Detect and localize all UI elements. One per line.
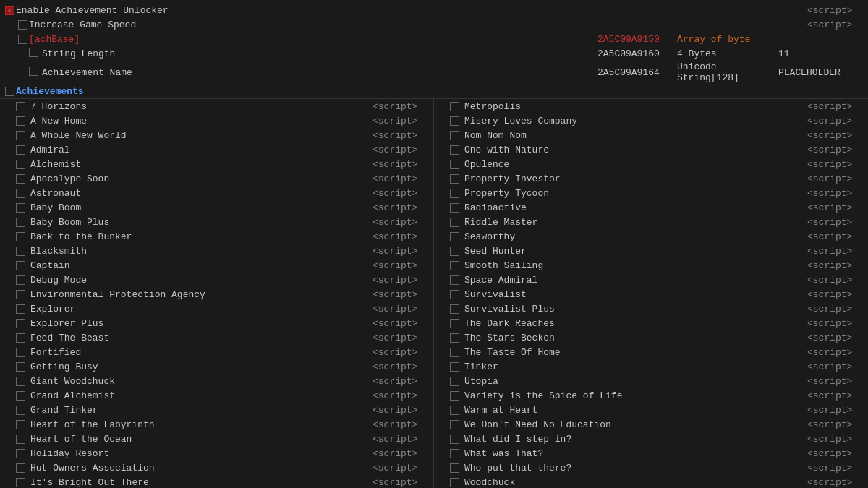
- indent-right-2: [437, 131, 463, 140]
- checkbox-left-15[interactable]: [16, 319, 25, 328]
- script-left-19: <script>: [373, 376, 430, 387]
- script-left-16: <script>: [373, 333, 430, 343]
- checkbox-right-19[interactable]: [450, 377, 459, 386]
- checkbox-right-17[interactable]: [450, 348, 459, 357]
- label-right-11: Smooth Sailing: [463, 260, 807, 271]
- checkbox-right-8[interactable]: [450, 218, 459, 227]
- checkbox-left-13[interactable]: [16, 290, 25, 299]
- checkbox-left-0[interactable]: [16, 102, 25, 111]
- checkbox-left-20[interactable]: [16, 391, 25, 401]
- checkbox-left-9[interactable]: [16, 232, 25, 241]
- indent-right-22: [437, 420, 463, 429]
- checkbox-achievements-header[interactable]: [3, 87, 16, 96]
- checkbox-left-24[interactable]: [16, 449, 25, 458]
- checkbox-achbase[interactable]: [3, 35, 29, 44]
- label-left-7: Baby Boom: [29, 202, 373, 213]
- label-left-20: Grand Alchemist: [29, 390, 373, 401]
- checkbox-right-13[interactable]: [450, 290, 459, 299]
- checkbox-right-7[interactable]: [450, 203, 459, 213]
- checkbox-right-0[interactable]: [450, 102, 459, 111]
- checkbox-left-12[interactable]: [16, 275, 25, 285]
- label-left-26: It's Bright Out There: [29, 477, 373, 488]
- checkbox-right-4[interactable]: [450, 160, 459, 169]
- script-right-25: <script>: [807, 463, 865, 474]
- checkbox-increase-game-speed[interactable]: [3, 20, 29, 30]
- checkbox-right-9[interactable]: [450, 232, 459, 241]
- script-right-7: <script>: [807, 202, 865, 213]
- checkbox-left-8[interactable]: [16, 218, 25, 227]
- left-achievement-row: Back to the Bunker <script>: [0, 229, 433, 244]
- checkbox-right-6[interactable]: [450, 189, 459, 198]
- checkbox-right-5[interactable]: [450, 174, 459, 184]
- checkbox-right-24[interactable]: [450, 449, 459, 458]
- checkbox-right-21[interactable]: [450, 406, 459, 415]
- label-left-5: Apocalype Soon: [29, 174, 373, 184]
- checkbox-enable-unlocker[interactable]: ✕: [3, 6, 16, 15]
- right-achievement-row: Riddle Master <script>: [434, 215, 868, 229]
- script-right-9: <script>: [807, 231, 865, 242]
- indent-left-25: [3, 463, 29, 473]
- indent-right-25: [437, 463, 463, 473]
- checkbox-left-19[interactable]: [16, 377, 25, 386]
- checkbox-left-10[interactable]: [16, 247, 25, 256]
- indent-left-4: [3, 160, 29, 169]
- checkbox-right-26[interactable]: [450, 478, 459, 487]
- checkbox-left-16[interactable]: [16, 333, 25, 343]
- addr-achievement-name: 2A5C09A9164: [597, 67, 677, 78]
- right-achievements-panel: Metropolis <script> Misery Loves Company…: [434, 99, 868, 488]
- row-increase-game-speed: Increase Game Speed <script>: [0, 17, 868, 32]
- script-right-10: <script>: [807, 246, 865, 257]
- left-achievement-row: Debug Mode <script>: [0, 273, 433, 287]
- script-left-9: <script>: [373, 231, 430, 242]
- checkbox-left-25[interactable]: [16, 463, 25, 473]
- checkbox-left-3[interactable]: [16, 145, 25, 155]
- checkbox-left-2[interactable]: [16, 131, 25, 140]
- checkbox-right-12[interactable]: [450, 275, 459, 285]
- checkbox-left-22[interactable]: [16, 420, 25, 429]
- script-left-7: <script>: [373, 202, 430, 213]
- left-achievement-row: Fortified <script>: [0, 345, 433, 359]
- checkbox-right-14[interactable]: [450, 304, 459, 314]
- checkbox-left-21[interactable]: [16, 406, 25, 415]
- checkbox-left-23[interactable]: [16, 435, 25, 444]
- checkbox-right-3[interactable]: [450, 145, 459, 155]
- checkbox-left-6[interactable]: [16, 189, 25, 198]
- right-achievement-row: The Taste Of Home <script>: [434, 345, 868, 359]
- script-increase-game-speed: <script>: [807, 20, 865, 30]
- left-achievement-row: Feed The Beast <script>: [0, 330, 433, 345]
- checkbox-right-25[interactable]: [450, 463, 459, 473]
- checkbox-left-26[interactable]: [16, 478, 25, 487]
- left-achievements-panel: 7 Horizons <script> A New Home <script> …: [0, 99, 434, 488]
- indent-left-20: [3, 391, 29, 401]
- checkbox-left-18[interactable]: [16, 362, 25, 372]
- label-right-18: Tinker: [463, 361, 807, 372]
- label-left-16: Feed The Beast: [29, 333, 373, 343]
- indent-left-13: [3, 290, 29, 299]
- checkbox-left-1[interactable]: [16, 116, 25, 126]
- label-left-8: Baby Boom Plus: [29, 217, 373, 228]
- checkbox-right-18[interactable]: [450, 362, 459, 372]
- label-right-5: Property Investor: [463, 174, 807, 184]
- checkbox-left-17[interactable]: [16, 348, 25, 357]
- label-left-22: Heart of the Labyrinth: [29, 419, 373, 430]
- checkbox-right-22[interactable]: [450, 420, 459, 429]
- checkbox-right-15[interactable]: [450, 319, 459, 328]
- left-achievement-row: Giant Woodchuck <script>: [0, 374, 433, 388]
- checkbox-right-16[interactable]: [450, 333, 459, 343]
- checkbox-left-7[interactable]: [16, 203, 25, 213]
- checkbox-right-10[interactable]: [450, 247, 459, 256]
- indent-right-14: [437, 304, 463, 314]
- checkbox-right-23[interactable]: [450, 435, 459, 444]
- left-achievement-row: Getting Busy <script>: [0, 359, 433, 374]
- checkbox-left-14[interactable]: [16, 304, 25, 314]
- checkbox-right-20[interactable]: [450, 391, 459, 401]
- checkbox-right-11[interactable]: [450, 261, 459, 270]
- checkbox-right-2[interactable]: [450, 131, 459, 140]
- label-left-24: Holiday Resort: [29, 448, 373, 459]
- checkbox-right-1[interactable]: [450, 116, 459, 126]
- checkbox-left-11[interactable]: [16, 261, 25, 270]
- checkbox-left-4[interactable]: [16, 160, 25, 169]
- type-string-length: 4 Bytes: [677, 48, 778, 59]
- label-right-10: Seed Hunter: [463, 246, 807, 257]
- checkbox-left-5[interactable]: [16, 174, 25, 184]
